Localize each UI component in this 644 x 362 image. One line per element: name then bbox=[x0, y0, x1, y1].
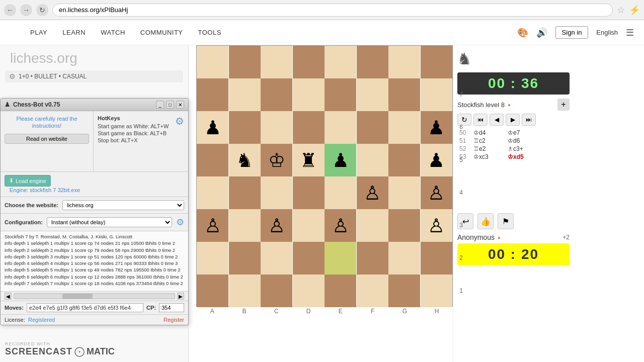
prev-move-button[interactable]: ◀ bbox=[490, 114, 504, 126]
square[interactable] bbox=[357, 242, 388, 275]
square[interactable] bbox=[421, 242, 452, 275]
square[interactable]: ♟ bbox=[421, 144, 452, 176]
square[interactable] bbox=[229, 46, 261, 78]
square[interactable] bbox=[293, 275, 325, 307]
sign-in-button[interactable]: Sign in bbox=[555, 26, 589, 39]
square[interactable]: ♙ bbox=[325, 209, 356, 242]
scroll-track[interactable] bbox=[14, 293, 175, 299]
square[interactable] bbox=[197, 176, 228, 209]
square[interactable] bbox=[357, 111, 388, 144]
square[interactable] bbox=[421, 46, 452, 78]
square[interactable] bbox=[293, 242, 325, 275]
square[interactable] bbox=[325, 78, 356, 111]
square[interactable] bbox=[388, 78, 420, 111]
square[interactable]: ♙ bbox=[421, 209, 452, 242]
square[interactable]: ♟ bbox=[421, 111, 452, 144]
square[interactable]: ♞ bbox=[229, 144, 261, 176]
first-move-button[interactable]: ⏮ bbox=[473, 114, 488, 126]
square[interactable] bbox=[293, 111, 325, 144]
license-status-link[interactable]: Registered bbox=[28, 317, 55, 323]
square[interactable] bbox=[293, 78, 325, 111]
scroll-left-arrow[interactable]: ◀ bbox=[5, 293, 12, 300]
square[interactable] bbox=[388, 209, 420, 242]
lightning-icon[interactable]: ⚡ bbox=[629, 5, 640, 16]
square[interactable] bbox=[325, 111, 356, 144]
load-engine-button[interactable]: ⬇ Load engine bbox=[5, 175, 51, 187]
square[interactable] bbox=[261, 46, 292, 78]
cp-input[interactable] bbox=[159, 303, 184, 312]
square[interactable]: ♜ bbox=[293, 144, 325, 176]
square[interactable] bbox=[388, 275, 420, 307]
palette-icon[interactable]: 🎨 bbox=[517, 27, 528, 38]
square[interactable] bbox=[357, 275, 388, 307]
square[interactable] bbox=[261, 275, 292, 307]
square[interactable] bbox=[388, 242, 420, 275]
square[interactable] bbox=[388, 176, 420, 209]
square[interactable] bbox=[197, 275, 228, 307]
square[interactable]: ♙ bbox=[357, 176, 388, 209]
nav-watch[interactable]: WATCH bbox=[101, 29, 125, 36]
chess-board[interactable]: ♟♟♞♔♜♟♟♙♙♙♙♙♙ bbox=[196, 45, 453, 307]
square[interactable]: ♔ bbox=[261, 144, 292, 176]
back-button[interactable]: ← bbox=[4, 4, 16, 16]
square[interactable]: ♟ bbox=[325, 144, 356, 176]
sound-icon[interactable]: 🔊 bbox=[536, 27, 547, 38]
bookmark-icon[interactable]: ☆ bbox=[617, 5, 625, 16]
square[interactable] bbox=[293, 176, 325, 209]
square[interactable] bbox=[261, 242, 292, 275]
square[interactable] bbox=[357, 78, 388, 111]
square[interactable] bbox=[261, 176, 292, 209]
square[interactable] bbox=[357, 209, 388, 242]
square[interactable] bbox=[388, 111, 420, 144]
maximize-button[interactable]: □ bbox=[166, 101, 174, 109]
nav-tools[interactable]: TOOLS bbox=[198, 29, 221, 36]
engine-link[interactable]: Engine: stockfish 7 32bit.exe bbox=[10, 187, 80, 193]
config-gear-button[interactable]: ⚙ bbox=[175, 115, 184, 127]
square[interactable] bbox=[421, 275, 452, 307]
square[interactable] bbox=[388, 46, 420, 78]
square[interactable] bbox=[325, 176, 356, 209]
website-select[interactable]: lichess.org bbox=[62, 200, 184, 210]
square[interactable] bbox=[357, 144, 388, 176]
square[interactable] bbox=[229, 176, 261, 209]
square[interactable] bbox=[388, 144, 420, 176]
square[interactable] bbox=[293, 209, 325, 242]
square[interactable] bbox=[261, 111, 292, 144]
square[interactable]: ♙ bbox=[261, 209, 292, 242]
scroll-right-arrow[interactable]: ▶ bbox=[177, 293, 184, 300]
square[interactable] bbox=[357, 46, 388, 78]
square[interactable] bbox=[325, 46, 356, 78]
flag-button[interactable]: ⚑ bbox=[498, 213, 514, 229]
square[interactable] bbox=[229, 275, 261, 307]
square[interactable] bbox=[421, 78, 452, 111]
next-move-button[interactable]: ▶ bbox=[506, 114, 520, 126]
last-move-button[interactable]: ⏭ bbox=[522, 114, 536, 126]
square[interactable] bbox=[325, 242, 356, 275]
square[interactable] bbox=[229, 78, 261, 111]
square[interactable] bbox=[293, 46, 325, 78]
square[interactable] bbox=[229, 209, 261, 242]
nav-play[interactable]: PLAY bbox=[30, 29, 47, 36]
config-select[interactable]: Instant (without delay) bbox=[47, 217, 172, 227]
hamburger-icon[interactable]: ☰ bbox=[626, 27, 634, 38]
square[interactable] bbox=[197, 242, 228, 275]
square[interactable] bbox=[325, 275, 356, 307]
square[interactable] bbox=[197, 46, 228, 78]
nav-learn[interactable]: LEARN bbox=[62, 29, 86, 36]
square[interactable] bbox=[229, 242, 261, 275]
refresh-button[interactable]: ↻ bbox=[36, 4, 48, 16]
square[interactable]: ♙ bbox=[197, 209, 228, 242]
nav-community[interactable]: COMMUNITY bbox=[140, 29, 183, 36]
register-link[interactable]: Register bbox=[164, 317, 184, 323]
square[interactable]: ♟ bbox=[197, 111, 228, 144]
close-button[interactable]: ✕ bbox=[176, 101, 184, 109]
thumbs-up-button[interactable]: 👍 bbox=[477, 213, 494, 229]
minimize-button[interactable]: _ bbox=[156, 101, 164, 109]
read-website-button[interactable]: Read on website bbox=[5, 134, 89, 144]
moves-input[interactable] bbox=[27, 303, 143, 312]
url-bar[interactable] bbox=[52, 4, 613, 17]
config-settings-icon[interactable]: ⚙ bbox=[176, 217, 184, 228]
plus-button[interactable]: + bbox=[557, 99, 570, 111]
square[interactable] bbox=[229, 111, 261, 144]
square[interactable] bbox=[261, 78, 292, 111]
